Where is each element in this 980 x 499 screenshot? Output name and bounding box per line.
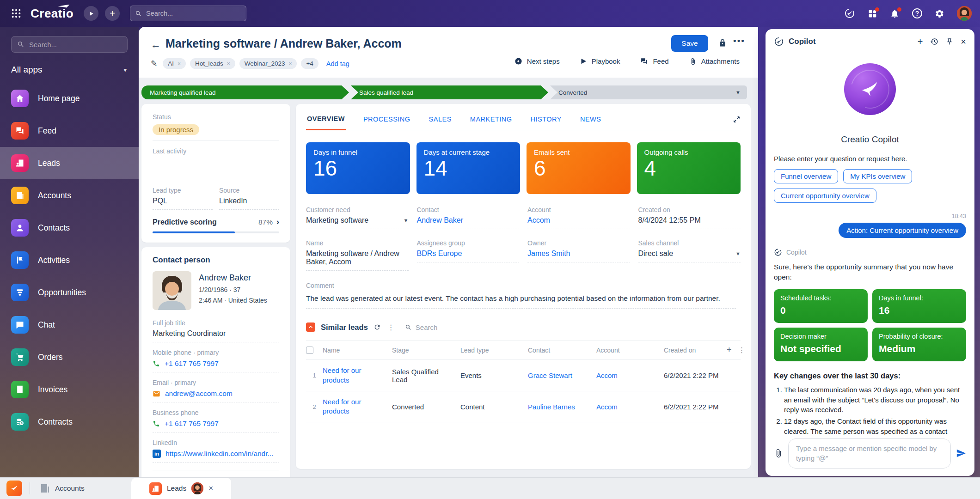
status-badge[interactable]: In progress: [153, 124, 199, 135]
global-search-input[interactable]: [146, 10, 241, 17]
tab-sales[interactable]: SALES: [428, 109, 453, 129]
save-button[interactable]: Save: [671, 35, 708, 52]
lead-name-link[interactable]: Need for our products: [323, 366, 361, 383]
workspace-selector[interactable]: All apps ▾: [11, 65, 127, 75]
account-link[interactable]: Accom: [596, 403, 618, 411]
chevron-right-icon[interactable]: ›: [276, 217, 279, 227]
table-row[interactable]: 1 Need for our products Sales Qualified …: [306, 360, 741, 391]
select-all-checkbox[interactable]: [306, 347, 313, 354]
history-icon[interactable]: [930, 37, 938, 46]
attachments-button[interactable]: Attachments: [689, 57, 740, 65]
table-row[interactable]: 2 Need for our products Converted Conten…: [306, 391, 741, 423]
close-icon[interactable]: ×: [961, 37, 966, 46]
playbook-button[interactable]: Playbook: [580, 57, 620, 65]
notifications-icon[interactable]: [890, 9, 900, 18]
contact-link[interactable]: Pauline Barnes: [528, 403, 575, 411]
similar-leads-search-input[interactable]: [416, 323, 476, 331]
sidebar-item-accounts[interactable]: Accounts: [0, 179, 139, 212]
email-link[interactable]: andrew@accom.com: [165, 389, 233, 398]
tags-more-badge[interactable]: +4: [301, 58, 318, 69]
col-account[interactable]: Account: [596, 347, 664, 354]
expand-icon[interactable]: [733, 116, 741, 123]
suggestion-opportunity-overview[interactable]: Current opportunity overview: [774, 189, 876, 203]
table-menu-icon[interactable]: ⋮: [738, 346, 746, 354]
remove-tag-icon[interactable]: ×: [178, 61, 181, 67]
remove-tag-icon[interactable]: ×: [227, 61, 230, 67]
similar-leads-search[interactable]: [405, 323, 476, 331]
next-steps-button[interactable]: Next steps: [514, 57, 560, 65]
suggestion-kpis-overview[interactable]: My KPIs overview: [843, 169, 912, 183]
customer-need-select[interactable]: Marketing software▼: [306, 216, 409, 229]
stage-sales-qualified[interactable]: Sales qualified lead: [351, 85, 548, 99]
taskbar-tab-accounts[interactable]: Accounts: [39, 483, 85, 494]
user-avatar[interactable]: [957, 6, 972, 21]
assignees-group-link[interactable]: BDRs Europe: [417, 250, 462, 258]
quick-add-button[interactable]: +: [105, 6, 120, 21]
creatio-taskbar-icon[interactable]: [6, 481, 22, 496]
contact-photo[interactable]: [153, 271, 191, 310]
edit-tags-icon[interactable]: ✎: [151, 59, 157, 68]
contact-link[interactable]: Grace Stewart: [528, 371, 572, 379]
sidebar-item-invoices[interactable]: Invoices: [0, 373, 139, 406]
account-link[interactable]: Accom: [527, 216, 550, 225]
sidebar-item-contacts[interactable]: Contacts: [0, 212, 139, 244]
section-menu-icon[interactable]: ⋮: [387, 323, 395, 332]
tag[interactable]: Webinar_2023×: [239, 58, 297, 69]
owner-link[interactable]: James Smith: [527, 250, 570, 258]
user-action-chip[interactable]: Action: Current opportunity overview: [839, 223, 966, 238]
col-stage[interactable]: Stage: [392, 347, 460, 354]
tab-overview[interactable]: OVERVIEW: [306, 109, 346, 130]
lock-icon[interactable]: [718, 39, 727, 47]
sidebar-item-home[interactable]: Home page: [0, 82, 139, 115]
tab-news[interactable]: NEWS: [579, 109, 602, 129]
col-name[interactable]: Name: [323, 347, 392, 354]
add-column-icon[interactable]: +: [727, 345, 732, 355]
created-on-value[interactable]: 8/4/2024 12:55 PM: [638, 216, 741, 229]
taskbar-tab-leads-active[interactable]: Leads ×: [131, 478, 231, 499]
more-actions-icon[interactable]: •••: [733, 36, 745, 46]
copilot-message-input[interactable]: Type a message or mention specific model…: [788, 438, 951, 469]
attach-file-icon[interactable]: [774, 449, 783, 458]
lead-name-link[interactable]: Need for our products: [323, 398, 361, 415]
sidebar-item-leads[interactable]: Leads: [0, 147, 139, 179]
lead-type-value[interactable]: PQL: [153, 197, 213, 210]
suggestion-funnel-overview[interactable]: Funnel overview: [774, 169, 838, 183]
marketplace-icon[interactable]: [868, 9, 877, 18]
collapse-section-icon[interactable]: [306, 323, 315, 332]
stage-converted[interactable]: Converted▼: [550, 85, 747, 99]
sidebar-item-orders[interactable]: Orders: [0, 341, 139, 373]
close-tab-icon[interactable]: ×: [208, 484, 213, 493]
sales-channel-select[interactable]: Direct sale▼: [638, 250, 741, 262]
remove-tag-icon[interactable]: ×: [288, 61, 292, 67]
tag[interactable]: AI×: [163, 58, 186, 69]
col-created-on[interactable]: Created on: [664, 347, 727, 354]
send-icon[interactable]: [956, 448, 966, 458]
tab-marketing[interactable]: MARKETING: [469, 109, 513, 129]
account-link[interactable]: Accom: [596, 371, 618, 379]
contact-link[interactable]: Andrew Baker: [417, 216, 464, 225]
tab-processing[interactable]: PROCESSING: [362, 109, 411, 129]
settings-gear-icon[interactable]: [935, 9, 944, 18]
help-icon[interactable]: ?: [912, 8, 922, 18]
new-chat-icon[interactable]: +: [918, 37, 923, 46]
copilot-icon[interactable]: [844, 8, 855, 19]
name-value[interactable]: Marketing software / Andrew Baker, Accom: [306, 250, 409, 271]
tab-history[interactable]: HISTORY: [530, 109, 563, 129]
comment-value[interactable]: The lead was generated at our latest eve…: [306, 293, 736, 309]
col-contact[interactable]: Contact: [528, 347, 596, 354]
run-process-button[interactable]: [84, 6, 98, 21]
global-search[interactable]: [130, 6, 246, 21]
sidebar-item-activities[interactable]: Activities: [0, 244, 139, 276]
feed-button[interactable]: Feed: [640, 57, 668, 65]
sidebar-search[interactable]: [11, 36, 128, 53]
app-grid-icon[interactable]: [8, 6, 24, 21]
sidebar-item-chat[interactable]: Chat: [0, 309, 139, 341]
business-phone-link[interactable]: +1 617 765 7997: [165, 420, 219, 428]
stage-marketing-qualified[interactable]: Marketing qualified lead: [141, 85, 349, 99]
source-value[interactable]: LinkedIn: [219, 197, 279, 210]
tag[interactable]: Hot_leads×: [190, 58, 235, 69]
sidebar-item-opportunities[interactable]: Opportunities: [0, 276, 139, 309]
job-title-value[interactable]: Marketing Coordinator: [153, 329, 279, 342]
mobile-phone-link[interactable]: +1 617 765 7997: [165, 359, 219, 368]
linkedin-link[interactable]: https://www.linkedin.com/in/andr...: [165, 450, 273, 458]
